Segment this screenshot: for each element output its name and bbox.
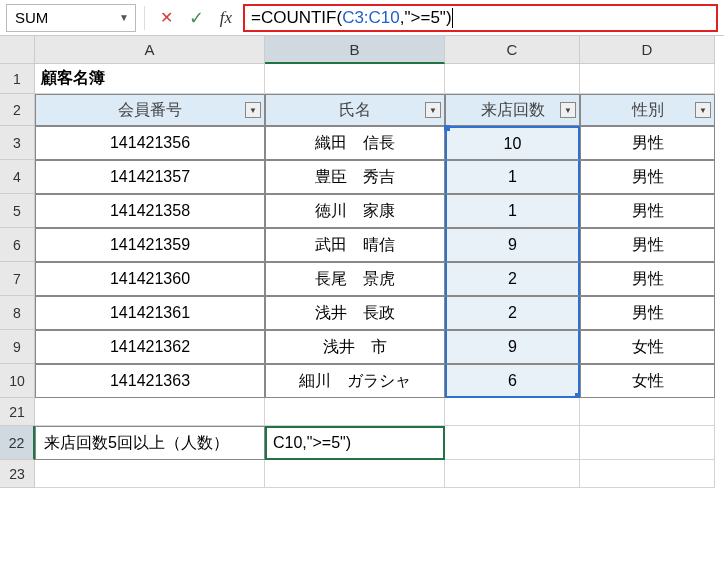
cell-B21[interactable] [265,398,445,426]
cell-D8[interactable]: 男性 [580,296,715,330]
cell-A9[interactable]: 141421362 [35,330,265,364]
row-header-7[interactable]: 7 [0,262,35,296]
formula-suffix: ,">=5") [400,8,452,28]
cell-C4[interactable]: 1 [445,160,580,194]
cell-B5[interactable]: 徳川 家康 [265,194,445,228]
th-label: 性別 [632,100,664,121]
th-member-no[interactable]: 会員番号 ▼ [35,94,265,126]
cell-B3[interactable]: 織田 信長 [265,126,445,160]
name-box-value: SUM [15,9,48,26]
filter-dropdown-icon[interactable]: ▼ [245,102,261,118]
cell-A1[interactable]: 顧客名簿 [35,64,265,94]
cell-A4[interactable]: 141421357 [35,160,265,194]
chevron-down-icon[interactable]: ▼ [119,12,129,23]
row-header-10[interactable]: 10 [0,364,35,398]
summary-label: 来店回数5回以上（人数） [44,433,229,454]
cell-D7[interactable]: 男性 [580,262,715,296]
formula-range: C3:C10 [342,8,400,28]
row-header-3[interactable]: 3 [0,126,35,160]
sheet-title: 顧客名簿 [41,68,105,89]
formula-bar: SUM ▼ ✕ ✓ fx =COUNTIF(C3:C10,">=5") [0,0,724,36]
col-header-B[interactable]: B [265,36,445,64]
cell-D1[interactable] [580,64,715,94]
cell-D4[interactable]: 男性 [580,160,715,194]
row-header-22[interactable]: 22 [0,426,35,460]
cell-C9[interactable]: 9 [445,330,580,364]
th-name[interactable]: 氏名 ▼ [265,94,445,126]
cell-B9[interactable]: 浅井 市 [265,330,445,364]
cell-B22-active[interactable]: C10,">=5") [265,426,445,460]
cell-C3[interactable]: 10 [445,126,580,160]
cell-C1[interactable] [445,64,580,94]
th-label: 会員番号 [118,100,182,121]
fx-button[interactable]: fx [213,5,239,31]
filter-dropdown-icon[interactable]: ▼ [425,102,441,118]
col-header-C[interactable]: C [445,36,580,64]
cell-C10[interactable]: 6 [445,364,580,398]
col-header-D[interactable]: D [580,36,715,64]
cell-D23[interactable] [580,460,715,488]
cell-A3[interactable]: 141421356 [35,126,265,160]
name-box[interactable]: SUM ▼ [6,4,136,32]
row-header-8[interactable]: 8 [0,296,35,330]
editing-display: C10,">=5") [273,434,351,452]
cell-D5[interactable]: 男性 [580,194,715,228]
cell-D22[interactable] [580,426,715,460]
cell-C7[interactable]: 2 [445,262,580,296]
cell-C23[interactable] [445,460,580,488]
th-gender[interactable]: 性別 ▼ [580,94,715,126]
cell-A23[interactable] [35,460,265,488]
cell-B1[interactable] [265,64,445,94]
row-header-1[interactable]: 1 [0,64,35,94]
cell-C5[interactable]: 1 [445,194,580,228]
cell-A7[interactable]: 141421360 [35,262,265,296]
cell-B7[interactable]: 長尾 景虎 [265,262,445,296]
col-header-A[interactable]: A [35,36,265,64]
cell-A5[interactable]: 141421358 [35,194,265,228]
cell-D10[interactable]: 女性 [580,364,715,398]
cell-C8[interactable]: 2 [445,296,580,330]
cell-A8[interactable]: 141421361 [35,296,265,330]
cell-C21[interactable] [445,398,580,426]
cell-D21[interactable] [580,398,715,426]
th-label: 氏名 [339,100,371,121]
row-header-6[interactable]: 6 [0,228,35,262]
row-header-23[interactable]: 23 [0,460,35,488]
separator [144,6,145,30]
cell-D6[interactable]: 男性 [580,228,715,262]
cell-A10[interactable]: 141421363 [35,364,265,398]
select-all-corner[interactable] [0,36,35,64]
th-visits[interactable]: 来店回数 ▼ [445,94,580,126]
row-header-9[interactable]: 9 [0,330,35,364]
confirm-button[interactable]: ✓ [183,5,209,31]
cell-D9[interactable]: 女性 [580,330,715,364]
row-header-5[interactable]: 5 [0,194,35,228]
row-header-2[interactable]: 2 [0,94,35,126]
cell-C22[interactable] [445,426,580,460]
spreadsheet-grid: A B C D 1 顧客名簿 2 会員番号 ▼ 氏名 ▼ 来店回数 ▼ 性別 ▼… [0,36,724,488]
cancel-button[interactable]: ✕ [153,5,179,31]
cell-B10[interactable]: 細川 ガラシャ [265,364,445,398]
filter-dropdown-icon[interactable]: ▼ [560,102,576,118]
cell-A22[interactable]: 来店回数5回以上（人数） [35,426,265,460]
formula-prefix: =COUNTIF( [251,8,342,28]
cell-A21[interactable] [35,398,265,426]
row-header-21[interactable]: 21 [0,398,35,426]
cell-B6[interactable]: 武田 晴信 [265,228,445,262]
th-label: 来店回数 [481,100,545,121]
cell-D3[interactable]: 男性 [580,126,715,160]
filter-dropdown-icon[interactable]: ▼ [695,102,711,118]
cell-B23[interactable] [265,460,445,488]
formula-input[interactable]: =COUNTIF(C3:C10,">=5") [243,4,718,32]
cell-B8[interactable]: 浅井 長政 [265,296,445,330]
text-cursor [452,8,453,28]
row-header-4[interactable]: 4 [0,160,35,194]
cell-B4[interactable]: 豊臣 秀吉 [265,160,445,194]
cell-A6[interactable]: 141421359 [35,228,265,262]
cell-C6[interactable]: 9 [445,228,580,262]
